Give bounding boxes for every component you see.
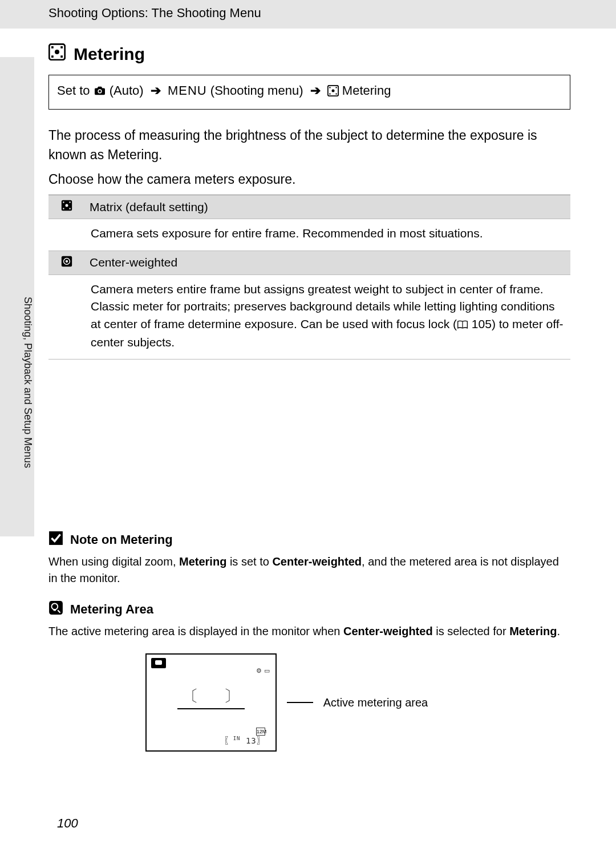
svg-rect-17 — [70, 202, 71, 203]
note-bold-1: Metering — [179, 555, 226, 568]
nav-prefix: Set to — [57, 83, 90, 98]
page-title: Metering — [74, 45, 145, 64]
callout-text: Active metering area — [323, 696, 428, 709]
info-lightbulb-icon — [48, 600, 63, 619]
svg-point-9 — [331, 90, 334, 92]
arrow-icon: ➔ — [151, 83, 161, 98]
info-title: Metering Area — [70, 602, 153, 617]
metering-brackets: 〔 〕 — [183, 685, 240, 707]
note-checkbox-icon — [48, 531, 63, 549]
svg-rect-10 — [329, 87, 330, 88]
svg-rect-4 — [51, 55, 54, 58]
info-post: . — [557, 625, 560, 637]
single-icon: ▭ — [264, 667, 270, 675]
intro-paragraph-2: Choose how the camera meters exposure. — [48, 169, 570, 189]
metering-icon-small — [327, 83, 342, 98]
note-title: Note on Metering — [70, 532, 173, 547]
size-badge: 12M — [256, 728, 265, 736]
info-bold-2: Metering — [509, 625, 557, 637]
svg-rect-13 — [335, 94, 337, 95]
svg-point-15 — [66, 204, 68, 207]
note-pre: When using digital zoom, — [48, 555, 179, 568]
svg-point-22 — [66, 260, 68, 263]
monitor-callout-row: ⚙ ▭ 〔 〕 12M 〖IN 13〗 Active metering area — [3, 653, 570, 752]
info-mid: is selected for — [433, 625, 510, 637]
in-label: IN — [233, 736, 241, 742]
svg-rect-3 — [60, 46, 63, 49]
side-label: Shooting, Playback and Setup Menus — [22, 297, 34, 468]
note-text: When using digital zoom, Metering is set… — [48, 554, 570, 587]
note-block: Note on Metering When using digital zoom… — [48, 531, 570, 752]
svg-rect-2 — [51, 46, 54, 49]
svg-rect-19 — [70, 208, 71, 209]
navigation-path-box: Set to (Auto) ➔ MENU (Shooting menu) ➔ M… — [48, 75, 570, 110]
content-area: Metering Set to (Auto) ➔ MENU (Shooting … — [48, 29, 570, 752]
metering-matrix-icon — [48, 43, 66, 64]
page-title-row: Metering — [48, 43, 570, 64]
section-header: Shooting Options: The Shooting Menu — [0, 0, 616, 29]
svg-rect-5 — [60, 55, 63, 58]
monitor-bottom-text: 〖IN 13〗 — [224, 735, 266, 747]
svg-rect-11 — [335, 87, 337, 88]
info-text: The active metering area is displayed in… — [48, 623, 570, 640]
page-number: 100 — [57, 816, 78, 831]
arrow-icon: ➔ — [310, 83, 321, 98]
bracket-left: 〔 — [183, 685, 198, 707]
callout-line — [287, 702, 313, 703]
option-name: Matrix (default setting) — [90, 200, 208, 214]
info-title-row: Metering Area — [48, 600, 570, 619]
options-table: Matrix (default setting) Camera sets exp… — [48, 195, 570, 360]
matrix-icon — [55, 200, 78, 214]
nav-dest: Metering — [342, 83, 391, 98]
book-icon — [457, 317, 468, 334]
breadcrumb: Shooting Options: The Shooting Menu — [48, 6, 261, 20]
option-row-header-matrix: Matrix (default setting) — [48, 195, 570, 219]
svg-point-1 — [55, 50, 59, 54]
info-pre: The active metering area is displayed in… — [48, 625, 343, 637]
option-name: Center-weighted — [90, 256, 177, 269]
bracket-right: 〕 — [224, 685, 240, 707]
page-ref: 105 — [472, 317, 492, 330]
note-title-row: Note on Metering — [48, 531, 570, 549]
svg-point-7 — [99, 90, 101, 92]
camera-icon — [94, 83, 110, 98]
svg-rect-18 — [63, 208, 64, 209]
page: Shooting Options: The Shooting Menu Shoo… — [0, 0, 616, 848]
info-bold-1: Center-weighted — [343, 625, 433, 637]
nav-auto: (Auto) — [110, 83, 144, 98]
nav-menu-word: MENU — [168, 83, 207, 98]
metering-underline — [177, 708, 245, 709]
option-desc-matrix: Camera sets exposure for entire frame. R… — [48, 219, 570, 251]
monitor-top-icons: ⚙ ▭ — [256, 667, 270, 675]
svg-rect-25 — [49, 601, 63, 615]
svg-rect-16 — [63, 202, 64, 203]
monitor-mode-icon — [151, 658, 166, 668]
monitor-illustration: ⚙ ▭ 〔 〕 12M 〖IN 13〗 — [145, 653, 277, 752]
note-mid: is set to — [226, 555, 272, 568]
center-weighted-icon — [55, 256, 78, 270]
option-desc-center: Camera meters entire frame but assigns g… — [48, 275, 570, 360]
count-label: 13 — [246, 736, 257, 745]
option-row-header-center: Center-weighted — [48, 251, 570, 275]
vr-icon: ⚙ — [256, 667, 262, 675]
svg-rect-24 — [49, 532, 63, 546]
note-bold-2: Center-weighted — [272, 555, 362, 568]
intro-paragraph-1: The process of measuring the brightness … — [48, 126, 570, 165]
svg-rect-12 — [329, 94, 330, 95]
nav-menu-desc: (Shooting menu) — [210, 83, 303, 98]
